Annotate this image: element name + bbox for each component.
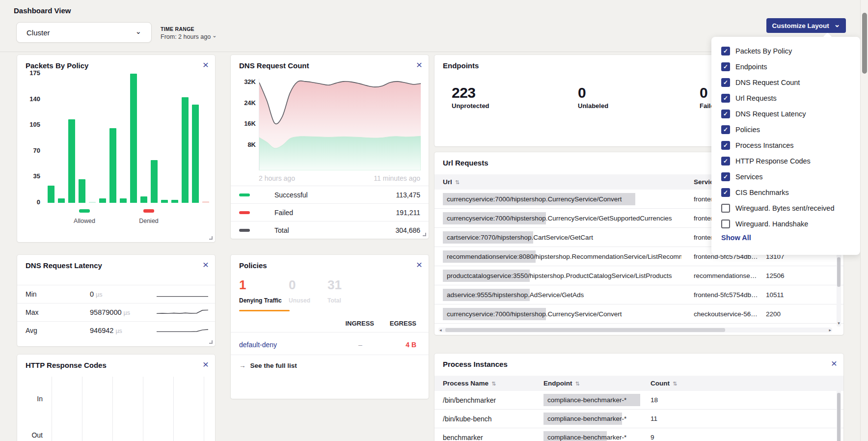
menu-item-http-response-codes[interactable]: ✓HTTP Response Codes — [721, 153, 856, 169]
url-highlight: currencyservice:7000/hipstershop — [443, 212, 546, 224]
y-tick-label: 16K — [236, 120, 256, 127]
bar-allowed — [130, 74, 137, 203]
table-header: Process Name⇅ Endpoint⇅ Count⇅ — [434, 376, 843, 391]
process-row[interactable]: /bin/benchmarkercompliance-benchmarker-*… — [434, 391, 843, 410]
view-selector[interactable]: Cluster ⌄ — [16, 22, 152, 43]
dashboard-view-page: Dashboard View Cluster ⌄ TIME RANGE From… — [0, 0, 868, 441]
gridline — [173, 377, 174, 441]
time-range-value[interactable]: From: 2 hours ago⌄ — [161, 33, 217, 40]
x-axis-label-end: 11 minutes ago — [374, 174, 420, 182]
resize-handle-icon[interactable] — [209, 236, 213, 240]
menu-item-wireguard-handshake[interactable]: Wireguard. Handshake — [721, 216, 856, 232]
menu-item-url-requests[interactable]: ✓Url Requests — [721, 90, 856, 106]
dns-request-latency-panel: DNS Request Latency × Min 0µs Max 958790… — [17, 255, 215, 346]
scrollbar-thumb[interactable] — [445, 328, 725, 332]
service-cell: frontend-5fc5754db… — [694, 285, 758, 304]
vertical-scrollbar[interactable] — [837, 376, 841, 441]
tab-denying-traffic[interactable]: 1 Denying Traffic — [239, 277, 282, 304]
checkbox-icon[interactable]: ✓ — [721, 94, 730, 103]
close-icon[interactable]: × — [831, 358, 837, 368]
column-header-url[interactable]: Url⇅ — [443, 174, 460, 190]
menu-item-endpoints[interactable]: ✓Endpoints — [721, 59, 856, 75]
column-header-ingress: INGRESS — [345, 320, 374, 327]
url-cell: adservice:9555/hipstershop.AdService/Get… — [443, 285, 681, 304]
count-cell: 10511 — [766, 285, 784, 304]
checkbox-icon[interactable]: ✓ — [721, 62, 730, 71]
menu-item-label: Process Instances — [735, 141, 793, 149]
checkbox-icon[interactable]: ✓ — [721, 188, 730, 197]
checkbox-icon[interactable] — [721, 220, 730, 228]
url-request-row[interactable]: productcatalogservice:3550/hipstershop.P… — [434, 266, 843, 285]
column-header-endpoint[interactable]: Endpoint⇅ — [543, 376, 580, 391]
y-tick-label: 0 — [21, 198, 40, 206]
arrow-right-icon: → — [239, 362, 246, 369]
column-header-count[interactable]: Count⇅ — [651, 376, 677, 391]
url-request-row[interactable]: currencyservice:7000/hipstershop.Currenc… — [434, 304, 843, 324]
see-full-list-link[interactable]: →See the full list — [239, 362, 297, 369]
horizontal-scrollbar[interactable]: ◂ ▸ — [438, 328, 832, 332]
panel-title: Packets By Policy — [26, 61, 88, 70]
menu-item-services[interactable]: ✓Services — [721, 169, 856, 185]
scroll-down-icon[interactable]: ▾ — [837, 321, 841, 326]
stat-unprotected: 223 Unprotected — [452, 84, 489, 110]
process-row[interactable]: /bin/kube-benchcompliance-benchmarker-*1… — [434, 410, 843, 428]
bar-allowed — [79, 179, 85, 203]
page-scrollbar[interactable] — [860, 0, 868, 441]
menu-item-label: Wireguard. Bytes sent/received — [735, 204, 834, 212]
close-icon[interactable]: × — [203, 59, 209, 70]
scrollbar-thumb[interactable] — [862, 13, 867, 74]
url-request-row[interactable]: adservice:9555/hipstershop.AdService/Get… — [434, 285, 843, 304]
scrollbar-thumb[interactable] — [837, 257, 841, 287]
sort-icon[interactable]: ⇅ — [491, 381, 496, 386]
menu-item-label: Services — [735, 173, 763, 181]
menu-item-label: DNS Request Latency — [735, 110, 806, 118]
url-rest: AdService/GetAds — [530, 289, 585, 301]
tab-unused[interactable]: 0 Unused — [289, 277, 310, 304]
close-icon[interactable]: × — [416, 259, 422, 270]
checkbox-icon[interactable]: ✓ — [721, 141, 730, 150]
checkbox-icon[interactable] — [721, 204, 730, 213]
bar-allowed — [151, 160, 158, 203]
resize-handle-icon[interactable] — [209, 340, 213, 344]
show-all-link[interactable]: Show All — [721, 234, 751, 242]
menu-item-packets-by-policy[interactable]: ✓Packets By Policy — [721, 43, 856, 59]
customize-layout-button[interactable]: Customize Layout ⌄ — [766, 18, 846, 33]
checkbox-icon[interactable]: ✓ — [721, 172, 730, 181]
menu-item-label: Url Requests — [735, 94, 777, 102]
policy-link[interactable]: default-deny — [239, 335, 277, 355]
scrollbar-thumb[interactable] — [837, 393, 841, 441]
resize-handle-icon[interactable] — [423, 233, 426, 236]
close-icon[interactable]: × — [203, 359, 209, 369]
checkbox-icon[interactable]: ✓ — [721, 125, 730, 134]
tab-total[interactable]: 31 Total — [327, 277, 342, 304]
panel-title: Policies — [239, 261, 267, 270]
checkbox-icon[interactable]: ✓ — [721, 110, 730, 118]
menu-item-process-instances[interactable]: ✓Process Instances — [721, 138, 856, 153]
endpoint-cell: compliance-benchmarker-* — [543, 428, 627, 441]
menu-item-dns-request-latency[interactable]: ✓DNS Request Latency — [721, 106, 856, 122]
column-header-process-name[interactable]: Process Name⇅ — [443, 376, 496, 391]
menu-item-policies[interactable]: ✓Policies — [721, 122, 856, 138]
checkbox-icon[interactable]: ✓ — [721, 47, 730, 55]
gridline — [82, 377, 82, 441]
checkbox-icon[interactable]: ✓ — [721, 78, 730, 87]
sort-icon[interactable]: ⇅ — [455, 179, 460, 185]
menu-item-cis-benchmarks[interactable]: ✓CIS Benchmarks — [721, 185, 856, 200]
checkbox-icon[interactable]: ✓ — [721, 157, 730, 165]
panel-title: DNS Request Latency — [26, 261, 102, 270]
menu-item-wireguard-bytes-sent-received[interactable]: Wireguard. Bytes sent/received — [721, 200, 856, 216]
gridline — [143, 377, 143, 441]
y-tick-label: 140 — [21, 95, 40, 103]
url-cell: currencyservice:7000/hipstershop.Currenc… — [443, 190, 681, 209]
scroll-left-icon[interactable]: ◂ — [439, 328, 442, 332]
sparkline — [157, 289, 208, 301]
menu-item-dns-request-count[interactable]: ✓DNS Request Count — [721, 75, 856, 90]
sort-icon[interactable]: ⇅ — [673, 381, 677, 386]
sort-icon[interactable]: ⇅ — [575, 381, 579, 386]
scroll-right-icon[interactable]: ▸ — [829, 328, 831, 332]
url-cell: currencyservice:7000/hipstershop.Currenc… — [443, 209, 681, 228]
close-icon[interactable]: × — [203, 259, 209, 270]
menu-item-label: Policies — [735, 126, 760, 134]
process-row[interactable]: benchmarkercompliance-benchmarker-*9 — [434, 428, 843, 441]
close-icon[interactable]: × — [416, 59, 422, 70]
